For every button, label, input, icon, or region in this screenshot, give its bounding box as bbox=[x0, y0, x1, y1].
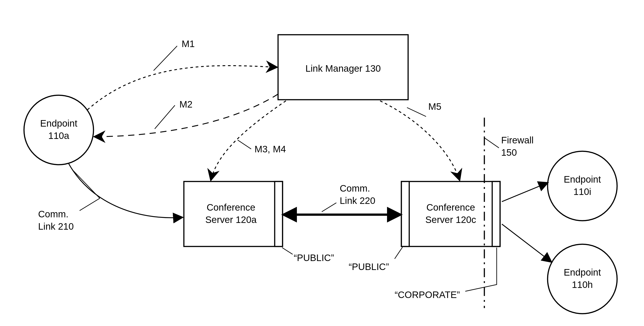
node-endpoint-110h-l1: Endpoint bbox=[564, 267, 601, 278]
callout-corporate bbox=[465, 248, 497, 291]
label-public-c: “PUBLIC” bbox=[349, 262, 389, 272]
callout-m2 bbox=[155, 105, 175, 129]
node-endpoint-110h: Endpoint 110h bbox=[548, 244, 617, 314]
label-m2: M2 bbox=[180, 99, 192, 110]
node-server-120c-l2: Server 120c bbox=[425, 214, 476, 225]
node-endpoint-110i: Endpoint 110i bbox=[548, 151, 617, 221]
label-firewall-l2: 150 bbox=[501, 147, 517, 158]
node-server-120a-l1: Conference bbox=[206, 202, 255, 213]
callout-comm-210b bbox=[80, 198, 100, 211]
callout-m5 bbox=[407, 108, 426, 116]
node-server-120a-l2: Server 120a bbox=[206, 214, 257, 225]
svg-rect-5 bbox=[402, 181, 500, 247]
node-link-manager: Link Manager 130 bbox=[278, 35, 408, 100]
node-server-120c: Conference Server 120c bbox=[402, 181, 500, 247]
server-120c-public-port bbox=[402, 181, 409, 247]
node-endpoint-110a: Endpoint 110a bbox=[24, 95, 94, 165]
edge-server-120c-to-110i bbox=[502, 183, 548, 202]
node-endpoint-110a-l1: Endpoint bbox=[40, 118, 77, 129]
server-120c-corporate-port bbox=[492, 181, 500, 247]
callout-comm-220 bbox=[322, 203, 336, 212]
label-comm-220-l1: Comm. bbox=[340, 183, 370, 194]
svg-point-1 bbox=[24, 95, 94, 165]
callout-comm-210 bbox=[73, 170, 100, 198]
node-endpoint-110i-l2: 110i bbox=[573, 186, 591, 197]
label-comm-210-l1: Comm. bbox=[38, 209, 68, 219]
callout-m1 bbox=[154, 46, 177, 71]
node-link-manager-label: Link Manager 130 bbox=[306, 63, 381, 74]
label-comm-210-l2: Link 210 bbox=[38, 221, 74, 232]
callout-firewall bbox=[484, 138, 499, 148]
label-corporate: “CORPORATE” bbox=[395, 290, 460, 300]
callout-public-c bbox=[395, 247, 402, 259]
callout-m34 bbox=[238, 140, 251, 149]
label-comm-220-l2: Link 220 bbox=[340, 195, 375, 206]
node-server-120a: Conference Server 120a bbox=[184, 181, 282, 247]
node-server-120c-l1: Conference bbox=[426, 202, 475, 213]
edge-comm-link-210 bbox=[68, 163, 183, 218]
server-120a-public-port bbox=[275, 181, 282, 247]
label-firewall-l1: Firewall bbox=[501, 135, 534, 145]
node-endpoint-110i-l1: Endpoint bbox=[564, 174, 601, 185]
label-public-a: “PUBLIC” bbox=[294, 253, 334, 263]
label-m1: M1 bbox=[182, 38, 195, 49]
callout-public-a bbox=[282, 248, 293, 254]
node-endpoint-110h-l2: 110h bbox=[572, 279, 593, 290]
svg-rect-4 bbox=[184, 181, 282, 247]
svg-point-3 bbox=[548, 244, 617, 314]
edge-m5 bbox=[380, 101, 460, 180]
label-m34: M3, M4 bbox=[254, 144, 286, 154]
svg-point-2 bbox=[548, 151, 617, 221]
node-endpoint-110a-l2: 110a bbox=[48, 130, 69, 141]
label-m5: M5 bbox=[428, 101, 441, 112]
diagram-canvas: Link Manager 130 Endpoint 110a Endpoint … bbox=[0, 0, 644, 326]
edge-server-120c-to-110h bbox=[502, 224, 552, 262]
edge-m3-m4 bbox=[211, 101, 286, 180]
